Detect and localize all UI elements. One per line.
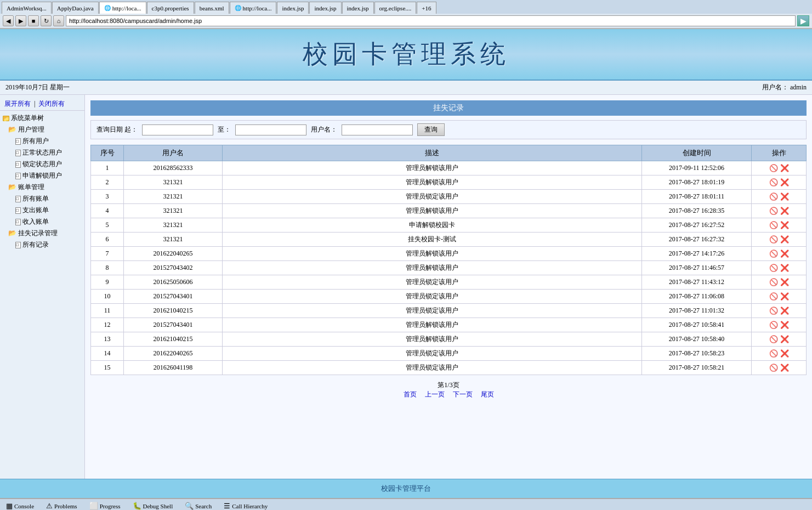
user-search-label: 用户名： [311, 125, 337, 134]
callhierarchy-icon: ☰ [224, 502, 230, 510]
sidebar-item-normal-users[interactable]: □ 正常状态用户 [0, 147, 84, 158]
tab-more[interactable]: +16 [417, 2, 436, 14]
home-button[interactable]: ⌂ [53, 15, 64, 26]
tab-c3p0[interactable]: c3p0.properties [147, 2, 194, 14]
delete-button[interactable]: ❌ [780, 307, 789, 315]
taskbar-console[interactable]: ▦ Console [3, 501, 37, 510]
delete-button[interactable]: ❌ [780, 178, 789, 187]
taskbar-progress[interactable]: ⬜ Progress [86, 501, 124, 510]
delete-button[interactable]: ❌ [780, 164, 789, 173]
delete-button[interactable]: ❌ [780, 221, 789, 230]
collapse-all-link[interactable]: 关闭所有 [38, 100, 65, 107]
browser-tabs: AdminWorksq... ApplyDao.java http://loca… [0, 0, 812, 14]
delete-button[interactable]: ❌ [780, 207, 789, 216]
unlock-button[interactable]: 🚫 [769, 364, 778, 372]
tab-adminworks[interactable]: AdminWorksq... [2, 2, 52, 14]
delete-button[interactable]: ❌ [780, 349, 789, 358]
user-mgmt-label: 用户管理 [18, 125, 44, 134]
cell-user: 321321 [124, 190, 223, 204]
last-page-link[interactable]: 尾页 [481, 390, 494, 398]
unlock-button[interactable]: 🚫 [769, 307, 778, 315]
address-bar[interactable] [66, 15, 796, 26]
tab-index3[interactable]: index.jsp [342, 2, 374, 14]
taskbar-debug[interactable]: 🐛 Debug Shell [129, 501, 177, 510]
sidebar-item-all-users[interactable]: □ 所有用户 [0, 135, 84, 147]
back-button[interactable]: ◀ [3, 15, 14, 26]
date-to-label: 至： [218, 125, 231, 134]
first-page-link[interactable]: 首页 [404, 390, 417, 398]
taskbar-problems[interactable]: ⚠ Problems [43, 501, 81, 510]
tab-localhost-active[interactable]: http://loca... [99, 2, 146, 14]
prev-page-link[interactable]: 上一页 [425, 390, 445, 398]
stop-button[interactable]: ■ [28, 15, 39, 26]
unlock-button[interactable]: 🚫 [769, 349, 778, 358]
sidebar-user-mgmt[interactable]: 📂 用户管理 [0, 124, 84, 135]
unlock-button[interactable]: 🚫 [769, 207, 778, 216]
sidebar-item-all-records[interactable]: □ 所有记录 [0, 239, 84, 251]
cell-action: 🚫❌ [752, 347, 807, 361]
sidebar-system-menu[interactable]: 📁 系统菜单树 [0, 112, 84, 124]
delete-button[interactable]: ❌ [780, 192, 789, 201]
unlock-button[interactable]: 🚫 [769, 235, 778, 244]
tab-localhost2[interactable]: http://loca... [230, 2, 277, 14]
cell-time: 2017-08-27 11:46:57 [642, 261, 752, 275]
cell-action: 🚫❌ [752, 275, 807, 290]
cell-seq: 12 [91, 318, 124, 332]
delete-button[interactable]: ❌ [780, 364, 789, 372]
date-to-input[interactable] [235, 124, 306, 135]
delete-button[interactable]: ❌ [780, 264, 789, 273]
delete-button[interactable]: ❌ [780, 278, 789, 287]
sidebar-lost-mgmt[interactable]: 📂 挂失记录管理 [0, 228, 84, 239]
tab-index2[interactable]: index.jsp [309, 2, 341, 14]
sidebar-item-expense[interactable]: □ 支出账单 [0, 205, 84, 216]
cell-desc: 申请解锁校园卡 [223, 218, 642, 233]
problems-icon: ⚠ [46, 502, 53, 510]
table-row: 1201628562333管理员解锁该用户2017-09-11 12:52:06… [91, 161, 807, 175]
delete-button[interactable]: ❌ [780, 292, 789, 301]
cell-action: 🚫❌ [752, 290, 807, 304]
tab-applydao[interactable]: ApplyDao.java [52, 2, 99, 14]
date-from-input[interactable] [142, 124, 213, 135]
expand-all-link[interactable]: 展开所有 [4, 100, 31, 107]
unlock-button[interactable]: 🚫 [769, 250, 778, 258]
tab-beans[interactable]: beans.xml [195, 2, 229, 14]
sidebar-item-apply-unlock[interactable]: □ 申请解锁用户 [0, 170, 84, 182]
table-row: 10201527043401管理员锁定该用户2017-08-27 11:06:0… [91, 290, 807, 304]
delete-button[interactable]: ❌ [780, 335, 789, 344]
sidebar-item-income[interactable]: □ 收入账单 [0, 216, 84, 228]
forward-button[interactable]: ▶ [15, 15, 26, 26]
main-layout: 展开所有 | 关闭所有 📁 系统菜单树 📂 用户管理 □ 所有用户 □ 正常状态… [0, 95, 812, 479]
username-search-input[interactable] [342, 124, 413, 135]
unlock-button[interactable]: 🚫 [769, 292, 778, 301]
unlock-button[interactable]: 🚫 [769, 335, 778, 344]
taskbar-callhierarchy[interactable]: ☰ Call Hierarchy [220, 501, 271, 510]
unlock-button[interactable]: 🚫 [769, 164, 778, 173]
account-mgmt-icon: 📂 [8, 183, 16, 191]
unlock-button[interactable]: 🚫 [769, 178, 778, 187]
sidebar-item-locked-users[interactable]: □ 锁定状态用户 [0, 158, 84, 170]
go-button[interactable]: ▶ [797, 15, 809, 26]
sidebar-item-all-accounts[interactable]: □ 所有账单 [0, 193, 84, 205]
next-page-link[interactable]: 下一页 [453, 390, 473, 398]
tab-index1[interactable]: index.jsp [277, 2, 309, 14]
tab-orgeclipse[interactable]: org.eclipse.... [374, 2, 417, 14]
cell-seq: 9 [91, 275, 124, 290]
table-row: 14201622040265管理员锁定该用户2017-08-27 10:58:2… [91, 347, 807, 361]
taskbar-search[interactable]: 🔍 Search [181, 501, 215, 510]
unlock-button[interactable]: 🚫 [769, 264, 778, 273]
info-bar: 2019年10月7日 星期一 用户名： admin [0, 81, 812, 95]
delete-button[interactable]: ❌ [780, 250, 789, 258]
system-menu-label: 系统菜单树 [11, 114, 44, 123]
unlock-button[interactable]: 🚫 [769, 321, 778, 330]
delete-button[interactable]: ❌ [780, 321, 789, 330]
search-button[interactable]: 查询 [417, 123, 445, 136]
delete-button[interactable]: ❌ [780, 235, 789, 244]
cell-seq: 4 [91, 204, 124, 218]
sidebar-account-mgmt[interactable]: 📂 账单管理 [0, 182, 84, 193]
search-label: Search [195, 503, 212, 509]
unlock-button[interactable]: 🚫 [769, 278, 778, 287]
refresh-button[interactable]: ↻ [41, 15, 52, 26]
unlock-button[interactable]: 🚫 [769, 192, 778, 201]
unlock-button[interactable]: 🚫 [769, 221, 778, 230]
cell-seq: 8 [91, 261, 124, 275]
